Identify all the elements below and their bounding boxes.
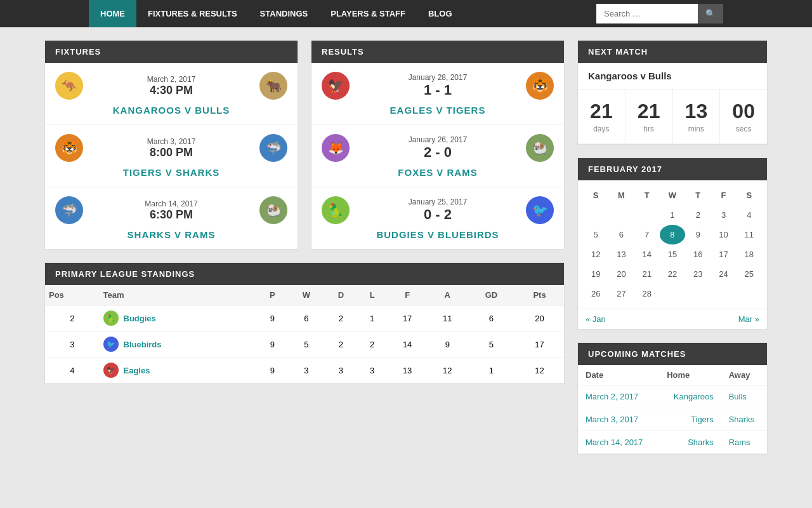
cal-day: 10 <box>710 225 736 244</box>
match-date: January 26, 20172 - 0 <box>358 135 517 161</box>
results-list: 🦅 January 28, 20171 - 1 🐯 EAGLES V TIGER… <box>311 63 564 249</box>
match-title: FOXES V RAMS <box>398 167 477 178</box>
table-row: March 2, 2017 Kangaroos Bulls <box>578 385 767 408</box>
calendar-thead: SMTWTFS <box>583 185 762 205</box>
calendar-next[interactable]: Mar » <box>738 314 759 324</box>
cal-day: 23 <box>685 264 710 284</box>
away-logo: 🦈 <box>259 134 287 162</box>
upcoming-away: Sharks <box>721 408 767 431</box>
sidebar: NEXT MATCH Kangaroos v Bulls 21 days 21 … <box>577 40 768 455</box>
countdown-mins-num: 13 <box>678 100 715 123</box>
cal-day-header: S <box>583 185 608 205</box>
standings-col: Team <box>100 285 257 305</box>
cal-day: 27 <box>608 284 634 304</box>
match-title: SHARKS V RAMS <box>128 229 216 240</box>
fixtures-results-row: FIXTURES 🦘 March 2, 20174:30 PM 🐂 KANGAR… <box>44 40 565 250</box>
cal-day: 15 <box>660 244 685 264</box>
home-logo: 🦜 <box>322 196 350 224</box>
cal-day-header: W <box>660 185 685 205</box>
cal-day: 12 <box>583 244 608 264</box>
calendar-body: SMTWTFS 12345678910111213141516171819202… <box>578 180 767 309</box>
search-input[interactable] <box>596 4 698 23</box>
match-title: KANGAROOS V BULLS <box>113 105 230 116</box>
standings-table-container: PosTeamPWDLFAGDPts 2 🦜 Budgies 9 6 2 1 1… <box>45 285 564 384</box>
upcoming-home: Tigers <box>659 408 721 431</box>
countdown-mins: 13 mins <box>673 90 721 144</box>
fixture-item: 🦈 March 14, 20176:30 PM 🐏 SHARKS V RAMS <box>45 187 298 249</box>
upcoming-widget: UPCOMING MATCHES DateHomeAway March 2, 2… <box>577 342 768 455</box>
table-row: March 3, 2017 Tigers Sharks <box>578 408 767 431</box>
nav-fixtures[interactable]: FIXTURES & RESULTS <box>136 0 249 27</box>
cal-day: 24 <box>710 264 736 284</box>
countdown-days-label: days <box>583 124 620 133</box>
away-logo: 🐂 <box>259 72 287 100</box>
calendar-widget: FEBRUARY 2017 SMTWTFS 123456789101112131… <box>577 157 768 330</box>
search-button[interactable]: 🔍 <box>698 4 723 23</box>
next-match-header: NEXT MATCH <box>578 41 767 63</box>
cal-day: 16 <box>685 244 710 264</box>
cal-today[interactable]: 8 <box>660 225 685 244</box>
cal-day: 7 <box>634 225 660 244</box>
nav-standings[interactable]: STANDINGS <box>249 0 320 27</box>
calendar-header: FEBRUARY 2017 <box>578 158 767 180</box>
upcoming-col: Away <box>721 365 767 385</box>
cal-day: 4 <box>737 205 762 225</box>
page-wrap: FIXTURES 🦘 March 2, 20174:30 PM 🐂 KANGAR… <box>44 27 768 467</box>
fixture-item: 🐯 March 3, 20178:00 PM 🦈 TIGERS V SHARKS <box>45 125 298 187</box>
cal-day: 22 <box>660 264 685 284</box>
match-title: EAGLES V TIGERS <box>390 105 486 116</box>
main-nav: HOME FIXTURES & RESULTS STANDINGS PLAYER… <box>0 0 812 27</box>
standings-col: W <box>288 285 325 305</box>
countdown-days-num: 21 <box>583 100 620 123</box>
upcoming-col: Date <box>578 365 659 385</box>
calendar-tbody: 1234567891011121314151617181920212223242… <box>583 205 762 304</box>
cal-day: 11 <box>737 225 762 244</box>
home-logo: 🐯 <box>55 134 83 162</box>
standing-team: 🐦 Bluebirds <box>100 331 257 358</box>
away-logo: 🐏 <box>259 196 287 224</box>
table-row: 4 🦅 Eagles 9 3 3 3 13 12 1 12 <box>45 358 564 384</box>
countdown: 21 days 21 hrs 13 mins 00 secs <box>578 90 767 144</box>
standings-tbody: 2 🦜 Budgies 9 6 2 1 17 11 6 20 3 🐦 Blueb… <box>45 305 564 384</box>
standings-col: D <box>325 285 357 305</box>
countdown-secs-num: 00 <box>725 100 762 123</box>
upcoming-thead: DateHomeAway <box>578 365 767 385</box>
team-link[interactable]: Bluebirds <box>124 340 162 349</box>
nav-home[interactable]: HOME <box>89 0 136 27</box>
home-logo: 🦅 <box>322 72 350 100</box>
upcoming-home: Sharks <box>659 431 721 454</box>
team-link[interactable]: Budgies <box>124 314 156 323</box>
nav-blog[interactable]: BLOG <box>417 0 464 27</box>
upcoming-date: March 2, 2017 <box>578 385 659 408</box>
fixtures-header: FIXTURES <box>45 41 298 63</box>
match-title: TIGERS V SHARKS <box>123 167 220 178</box>
table-row: 2 🦜 Budgies 9 6 2 1 17 11 6 20 <box>45 305 564 331</box>
result-item: 🦊 January 26, 20172 - 0 🐏 FOXES V RAMS <box>311 125 564 187</box>
cal-day-header: T <box>634 185 660 205</box>
standings-header: PRIMARY LEAGUE STANDINGS <box>45 263 564 285</box>
standing-team: 🦜 Budgies <box>100 305 257 331</box>
cal-day: 25 <box>737 264 762 284</box>
cal-day-header: T <box>685 185 710 205</box>
calendar-prev[interactable]: « Jan <box>586 314 606 324</box>
standing-pos: 3 <box>45 331 100 358</box>
upcoming-col: Home <box>659 365 721 385</box>
standings-col: L <box>357 285 388 305</box>
calendar-nav: « Jan Mar » <box>578 309 767 329</box>
standings-col: A <box>428 285 468 305</box>
upcoming-tbody: March 2, 2017 Kangaroos Bulls March 3, 2… <box>578 385 767 454</box>
cal-day: 13 <box>608 244 634 264</box>
team-link[interactable]: Eagles <box>124 366 150 375</box>
fixture-item: 🦘 March 2, 20174:30 PM 🐂 KANGAROOS V BUL… <box>45 63 298 125</box>
nav-players[interactable]: PLAYERS & STAFF <box>319 0 417 27</box>
standing-pos: 4 <box>45 358 100 384</box>
cal-day: 9 <box>685 225 710 244</box>
match-date: January 28, 20171 - 1 <box>358 73 517 98</box>
standings-widget: PRIMARY LEAGUE STANDINGS PosTeamPWDLFAGD… <box>44 262 565 384</box>
cal-day: 21 <box>634 264 660 284</box>
home-logo: 🦈 <box>55 196 83 224</box>
cal-day: 5 <box>583 225 608 244</box>
upcoming-date: March 14, 2017 <box>578 431 659 454</box>
cal-empty <box>710 284 736 304</box>
result-item: 🦜 January 25, 20170 - 2 🐦 BUDGIES V BLUE… <box>311 187 564 249</box>
